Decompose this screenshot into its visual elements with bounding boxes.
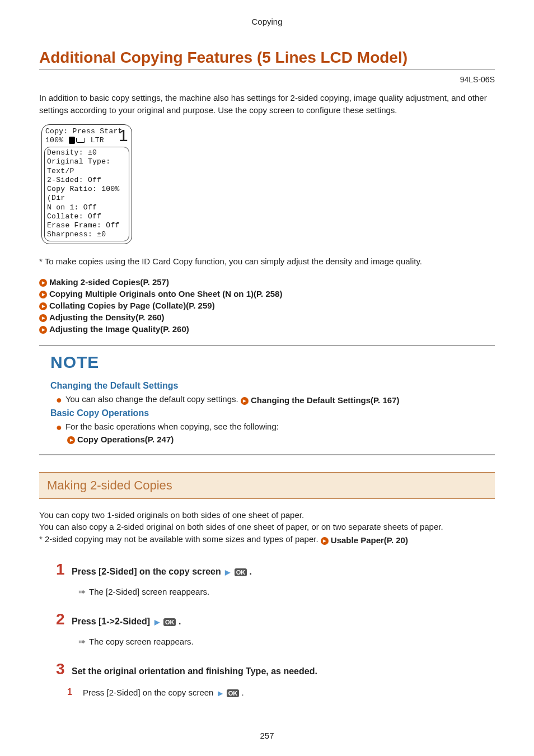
lcd-line-2: 100% LTR (45, 136, 128, 145)
step-number: 1 (56, 561, 72, 578)
lcd-line-1: Copy: Press Start (45, 127, 128, 136)
play-icon (39, 279, 47, 287)
step-text: Set the original orientation and finishi… (72, 666, 317, 676)
section-heading-2sided: Making 2-sided Copies (39, 472, 495, 499)
lcd-screenshot: Copy: Press Start 100% LTR 1 Density: ±0… (41, 124, 132, 244)
step-text: Press [2-Sided] on the copy screen (72, 567, 221, 576)
note-text: For the basic operations when copying, s… (65, 422, 279, 431)
lcd-row: Original Type: Text/P (47, 157, 127, 176)
toc-link[interactable]: Collating Copies by Page (Collate)(P. 25… (39, 301, 495, 310)
lcd-row: Copy Ratio: 100% (Dir (47, 185, 127, 203)
sub-step-number: 1 (67, 687, 83, 697)
lcd-row: 2-Sided: Off (47, 176, 127, 185)
triangle-icon: ▶ (218, 689, 223, 697)
note-text: You can also change the default copy set… (65, 394, 241, 404)
note-line: ● For the basic operations when copying,… (56, 422, 484, 431)
section-body-line: You can copy two 1-sided originals on bo… (39, 509, 495, 521)
note-subheading-defaults: Changing the Default Settings (50, 381, 484, 391)
play-icon (241, 397, 249, 405)
sub-step-text: Press [2-Sided] on the copy screen (83, 688, 213, 697)
section-body-line: You can also copy a 2-sided original on … (39, 521, 495, 533)
triangle-icon: ▶ (154, 618, 160, 626)
step-number: 3 (56, 660, 72, 678)
note-subheading-basic: Basic Copy Operations (50, 408, 484, 418)
note-line: ● You can also change the default copy s… (56, 394, 484, 405)
play-icon (39, 326, 47, 334)
play-icon (321, 537, 329, 545)
sub-step-1: 1 Press [2-Sided] on the copy screen ▶ O… (67, 687, 495, 697)
document-code: 94LS-06S (39, 75, 495, 84)
step-2-result: ➠ The copy screen reappears. (78, 636, 495, 647)
id-card-note: * To make copies using the ID Card Copy … (39, 256, 495, 266)
bullet-icon: ● (56, 396, 62, 404)
ok-key-icon: OK (163, 618, 176, 626)
lcd-row: N on 1: Off (47, 203, 127, 212)
step-1-result: ➠ The [2-Sided] screen reappears. (78, 586, 495, 597)
arrow-icon: ➠ (78, 586, 86, 597)
toc-links: Making 2-sided Copies(P. 257) Copying Mu… (39, 277, 495, 334)
section-body-line: * 2-sided copying may not be available w… (39, 533, 495, 546)
play-icon (67, 436, 75, 444)
running-header: Copying (39, 17, 495, 26)
toc-link[interactable]: Adjusting the Image Quality(P. 260) (39, 324, 495, 334)
step-3: 3 Set the original orientation and finis… (56, 660, 495, 678)
page-number: 257 (39, 731, 495, 740)
arrow-icon: ➠ (78, 636, 86, 647)
lcd-row: Sharpness: ±0 (47, 230, 127, 239)
lcd-row: Erase Frame: Off (47, 221, 127, 230)
ok-key-icon: OK (235, 568, 247, 576)
step-text: Press [1->2-Sided] (72, 617, 150, 626)
bullet-icon: ● (56, 423, 62, 431)
step-number: 2 (56, 610, 72, 628)
note-block: NOTE Changing the Default Settings ● You… (39, 345, 495, 455)
lcd-row: Collate: Off (47, 212, 127, 221)
note-link-row: Copy Operations(P. 247) (67, 433, 484, 444)
link-default-settings[interactable]: Changing the Default Settings(P. 167) (241, 395, 400, 405)
lcd-row: Density: ±0 (47, 148, 127, 157)
step-1: 1 Press [2-Sided] on the copy screen ▶ O… (56, 561, 495, 578)
page-title: Additional Copying Features (5 Lines LCD… (39, 49, 495, 69)
toc-link[interactable]: Copying Multiple Originals onto One Shee… (39, 289, 495, 298)
ok-key-icon: OK (227, 689, 240, 697)
play-icon (39, 291, 47, 298)
step-2: 2 Press [1->2-Sided] ▶ OK . (56, 610, 495, 628)
link-copy-operations[interactable]: Copy Operations(P. 247) (67, 435, 174, 444)
toc-link[interactable]: Making 2-sided Copies(P. 257) (39, 277, 495, 287)
section-body: You can copy two 1-sided originals on bo… (39, 509, 495, 547)
tray-icon (76, 138, 85, 143)
triangle-icon: ▶ (225, 568, 230, 576)
play-icon (39, 314, 47, 322)
note-heading: NOTE (50, 353, 484, 372)
toc-link[interactable]: Adjusting the Density(P. 260) (39, 312, 495, 322)
cassette-icon (69, 137, 75, 144)
intro-paragraph: In addition to basic copy settings, the … (39, 92, 495, 116)
lcd-menu: Density: ±0 Original Type: Text/P 2-Side… (44, 147, 129, 241)
play-icon (39, 302, 47, 310)
lcd-copy-count: 1 (119, 125, 128, 146)
link-usable-paper[interactable]: Usable Paper(P. 20) (321, 534, 408, 547)
